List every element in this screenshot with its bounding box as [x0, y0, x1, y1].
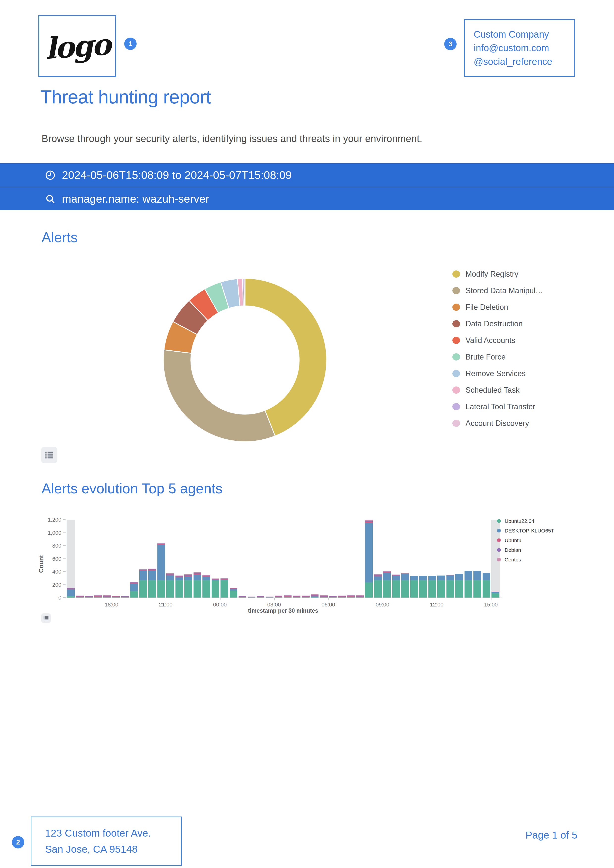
stacked-bar: [284, 595, 291, 598]
stacked-bar: [447, 575, 454, 598]
donut-slice: [163, 350, 275, 442]
y-tick-mark: [64, 519, 65, 520]
stacked-bar: [356, 595, 364, 598]
bar-segment: [229, 591, 237, 598]
x-axis-title: timestamp per 30 minutes: [66, 608, 500, 614]
legend-label: Centos: [505, 557, 521, 563]
bar-segment: [401, 580, 409, 598]
stacked-bar: [437, 575, 445, 598]
bar-legend-item: Centos: [497, 555, 554, 564]
stacked-bar: [194, 572, 201, 598]
y-tick-mark: [64, 597, 65, 598]
x-tick-mark: [383, 598, 383, 600]
bar-legend-item: DESKTOP-KLUO65T: [497, 526, 554, 535]
bar-segment: [392, 580, 400, 598]
donut-legend-item: Brute Force: [453, 349, 543, 365]
bar-segment: [157, 545, 165, 580]
x-tick-mark: [220, 598, 220, 600]
legend-swatch: [453, 270, 460, 277]
bar-segment: [157, 580, 165, 598]
donut-legend-item: Stored Data Manipul…: [453, 282, 543, 299]
stacked-bar: [419, 576, 427, 598]
legend-label: Brute Force: [465, 353, 505, 361]
bar-segment: [194, 580, 201, 598]
alerts-evolution-chart: [66, 519, 500, 598]
legend-swatch: [497, 519, 501, 523]
bar-segment: [202, 577, 210, 580]
donut-legend-item: Lateral Tool Transfer: [453, 398, 543, 415]
company-info-box: Custom Company info@custom.com @social_r…: [464, 19, 575, 77]
bar-segment: [455, 574, 463, 580]
bar-segment: [148, 570, 156, 580]
stacked-bar: [220, 578, 228, 598]
bar-legend-item: Ubuntu: [497, 535, 554, 545]
y-tick-mark: [64, 558, 65, 559]
x-tick-label: 12:00: [423, 601, 450, 608]
donut-legend-item: File Deletion: [453, 299, 543, 315]
x-tick-mark: [437, 598, 437, 600]
donut-legend-item: Valid Accounts: [453, 332, 543, 349]
page-number: Page 1 of 5: [526, 829, 577, 841]
legend-swatch: [453, 337, 460, 344]
stacked-bar: [374, 574, 382, 598]
donut-slice: [244, 278, 245, 306]
x-tick-mark: [112, 598, 112, 600]
stacked-bar: [455, 574, 463, 598]
footer-address-box: 123 Custom footer Ave. San Jose, CA 9514…: [31, 817, 181, 866]
bar-segment: [365, 583, 373, 598]
bar-segment: [67, 589, 75, 596]
legend-swatch: [453, 386, 460, 394]
donut-legend-item: Modify Registry: [453, 266, 543, 282]
stacked-bar: [94, 595, 102, 598]
x-tick-label: 03:00: [260, 601, 288, 608]
legend-swatch: [453, 353, 460, 361]
y-tick-mark: [64, 532, 65, 533]
bar-segment: [410, 580, 418, 598]
annotation-badge-3: 3: [444, 38, 457, 50]
bar-segment: [401, 574, 409, 580]
legend-label: Ubuntu22.04: [505, 518, 534, 524]
stacked-bar: [166, 573, 174, 598]
annotation-badge-1: 1: [124, 37, 136, 50]
stacked-bar: [365, 520, 373, 598]
footer-address-line2: San Jose, CA 95148: [45, 843, 181, 855]
stacked-bar: [112, 596, 120, 598]
x-tick-mark: [491, 598, 492, 600]
stacked-bar: [383, 571, 391, 598]
legend-label: Ubuntu: [505, 538, 521, 543]
company-social: @social_reference: [474, 56, 574, 67]
bar-segment: [419, 576, 427, 580]
stacked-bar: [473, 571, 481, 598]
query-text: manager.name: wazuh-server: [62, 192, 209, 205]
bar-segment: [428, 576, 436, 580]
legend-label: Debian: [505, 547, 521, 553]
legend-label: Lateral Tool Transfer: [465, 402, 535, 411]
bar-segment: [130, 591, 138, 598]
stacked-bar: [130, 582, 138, 598]
partial-bucket-band: [67, 519, 75, 598]
x-tick-label: 06:00: [315, 601, 342, 608]
bar-segment: [365, 523, 373, 583]
legend-swatch: [453, 403, 460, 410]
bar-segment: [166, 580, 174, 598]
x-tick-label: 00:00: [206, 601, 234, 608]
bars-table-view-button[interactable]: [41, 614, 51, 623]
company-logo: logo: [44, 27, 111, 66]
legend-swatch: [453, 304, 460, 311]
bar-segment: [130, 584, 138, 591]
bar-segment: [383, 573, 391, 580]
section-heading-evolution: Alerts evolution Top 5 agents: [42, 480, 222, 497]
bar-segment: [374, 576, 382, 580]
bar-segment: [482, 580, 490, 598]
donut-table-view-button[interactable]: [41, 447, 57, 463]
legend-swatch: [453, 420, 460, 427]
stacked-bar: [229, 588, 237, 598]
stacked-bar: [275, 595, 282, 598]
company-email: info@custom.com: [474, 43, 574, 53]
company-name: Custom Company: [474, 29, 574, 40]
stacked-bar: [103, 595, 111, 598]
stacked-bar: [482, 573, 490, 598]
page-subtitle: Browse through your security alerts, ide…: [42, 133, 422, 144]
legend-label: Stored Data Manipul…: [465, 286, 543, 295]
stacked-bar: [293, 595, 301, 598]
